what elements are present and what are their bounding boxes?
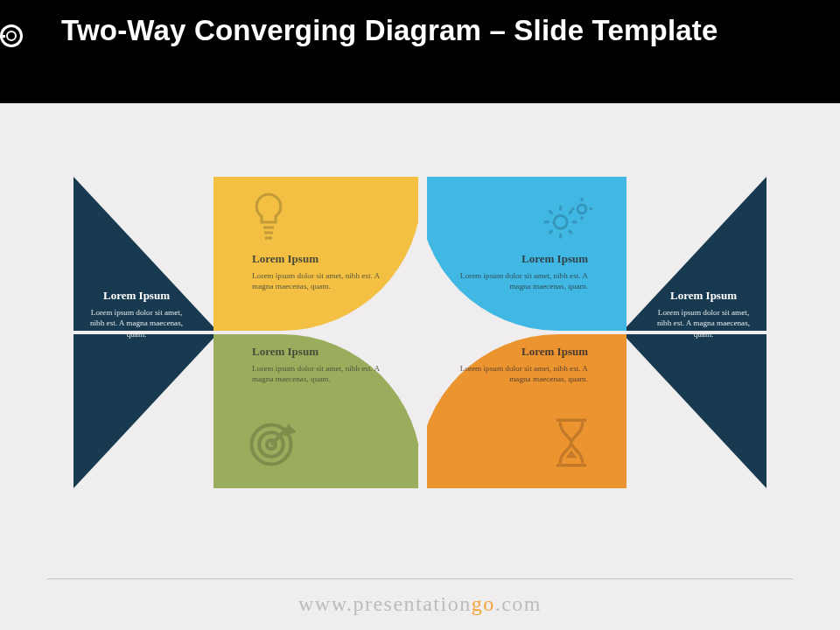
top-right-text: Lorem Ipsum Lorem ipsum dolor sit amet, …: [457, 252, 588, 292]
gears-icon: [542, 194, 595, 243]
svg-line-15: [569, 230, 572, 234]
left-outer-body: Lorem ipsum dolor sit amet, nibh est. A …: [84, 307, 189, 340]
top-left-body: Lorem ipsum dolor sit amet, nibh est. A …: [252, 270, 383, 292]
bottom-left-title: Lorem Ipsum: [252, 345, 383, 359]
separator-vertical: [418, 156, 427, 506]
svg-line-12: [550, 211, 553, 214]
right-outer-text: Lorem Ipsum Lorem ipsum dolor sit amet, …: [651, 289, 756, 340]
footer-post: .com: [495, 592, 542, 615]
lightbulb-icon: [245, 191, 292, 243]
svg-point-7: [554, 215, 567, 228]
title-bullet-icon: [0, 18, 26, 56]
top-right-title: Lorem Ipsum: [457, 252, 588, 266]
bottom-left-body: Lorem ipsum dolor sit amet, nibh est. A …: [252, 363, 383, 385]
bottom-right-text: Lorem Ipsum Lorem ipsum dolor sit amet, …: [457, 345, 588, 385]
left-outer-title: Lorem Ipsum: [84, 289, 189, 303]
footer-pre: www.presentation: [298, 592, 472, 615]
svg-point-16: [578, 205, 586, 214]
hourglass-icon: [550, 416, 593, 469]
svg-line-13: [569, 211, 572, 214]
slide-title: Two-Way Converging Diagram – Slide Templ…: [61, 12, 819, 48]
right-outer-body: Lorem ipsum dolor sit amet, nibh est. A …: [651, 307, 756, 340]
top-left-text: Lorem Ipsum Lorem ipsum dolor sit amet, …: [252, 252, 383, 292]
svg-line-14: [550, 230, 553, 234]
top-left-title: Lorem Ipsum: [252, 252, 383, 266]
diagram-stage: Lorem Ipsum Lorem ipsum dolor sit amet, …: [0, 103, 840, 558]
bottom-right-title: Lorem Ipsum: [457, 345, 588, 359]
bottom-right-body: Lorem ipsum dolor sit amet, nibh est. A …: [457, 363, 588, 385]
target-icon: [245, 418, 298, 471]
left-outer-text: Lorem Ipsum Lorem ipsum dolor sit amet, …: [84, 289, 189, 340]
footer-url: www.presentationgo.com: [0, 592, 840, 616]
slide-header: Two-Way Converging Diagram – Slide Templ…: [0, 0, 840, 103]
bottom-left-text: Lorem Ipsum Lorem ipsum dolor sit amet, …: [252, 345, 383, 385]
right-outer-title: Lorem Ipsum: [651, 289, 756, 303]
footer-rule: [47, 578, 793, 579]
top-right-body: Lorem ipsum dolor sit amet, nibh est. A …: [457, 270, 588, 292]
footer-accent: go: [472, 592, 495, 615]
